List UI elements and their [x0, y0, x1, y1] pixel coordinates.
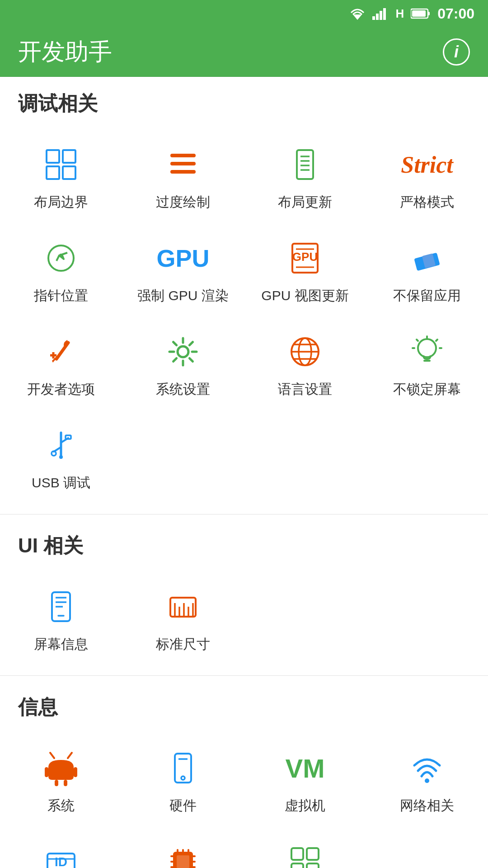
svg-rect-11 [63, 166, 75, 179]
wifi-status-icon [349, 7, 366, 20]
item-pointer-location[interactable]: 指针位置 [0, 224, 122, 318]
svg-rect-99 [307, 848, 319, 860]
item-pointer-location-label: 指针位置 [34, 287, 88, 304]
svg-rect-74 [64, 780, 67, 786]
svg-rect-15 [297, 150, 313, 179]
apps-icon [289, 845, 321, 868]
svg-rect-100 [291, 863, 303, 868]
item-usb-debug[interactable]: USB 调试 [0, 411, 122, 505]
svg-line-28 [56, 343, 68, 359]
item-layout-update-label: 布局更新 [278, 193, 332, 211]
eraser-icon [411, 242, 443, 274]
item-force-gpu[interactable]: GPU 强制 GPU 渲染 [122, 224, 244, 318]
bulb-icon [411, 335, 443, 368]
svg-rect-2 [376, 14, 379, 20]
svg-rect-7 [412, 10, 426, 17]
android-icon [43, 750, 79, 786]
svg-rect-12 [170, 154, 196, 157]
item-gpu-view-update[interactable]: GPU GPU 视图更新 [244, 224, 366, 318]
item-strict-mode-label: 严格模式 [400, 193, 454, 211]
svg-rect-1 [372, 16, 375, 20]
svg-point-45 [418, 339, 436, 357]
svg-rect-71 [45, 767, 48, 777]
item-vm[interactable]: VM 虚拟机 [244, 734, 366, 828]
app-title: 开发助手 [18, 36, 112, 68]
item-those-id[interactable]: ID 那些 ID [0, 828, 122, 868]
item-no-keep-app-label: 不保留应用 [393, 287, 461, 304]
item-cpu[interactable]: CPU [122, 828, 244, 868]
svg-rect-77 [175, 754, 191, 783]
item-layout-update[interactable]: 布局更新 [244, 131, 366, 224]
item-system-settings[interactable]: 系统设置 [122, 318, 244, 411]
svg-rect-73 [55, 780, 58, 786]
svg-marker-0 [353, 14, 362, 20]
svg-rect-98 [291, 848, 303, 860]
network-type-indicator: H [395, 7, 404, 21]
section-info: 信息 [0, 680, 488, 868]
svg-point-31 [178, 346, 188, 357]
svg-rect-13 [170, 162, 196, 165]
section-debug: 调试相关 布局边界 [0, 77, 488, 509]
item-strict-mode[interactable]: Strict 严格模式 [366, 131, 488, 224]
ui-grid: 屏幕信息 标准尺寸 [0, 568, 488, 671]
info-button[interactable]: i [443, 38, 470, 66]
svg-line-49 [436, 340, 437, 341]
item-gpu-view-update-label: GPU 视图更新 [261, 287, 348, 304]
battery-status-icon [411, 7, 431, 20]
item-screen-info[interactable]: 屏幕信息 [0, 573, 122, 666]
id-icon: ID [45, 845, 77, 868]
svg-line-38 [189, 342, 192, 345]
item-force-gpu-label: 强制 GPU 渲染 [137, 287, 229, 304]
item-dev-options-label: 开发者选项 [27, 380, 95, 398]
section-ui-title: UI 相关 [0, 519, 488, 568]
svg-point-79 [181, 776, 185, 780]
svg-rect-101 [307, 863, 319, 868]
globe-icon [289, 335, 321, 368]
svg-point-20 [48, 245, 74, 271]
svg-rect-8 [47, 150, 59, 163]
svg-rect-4 [383, 8, 386, 20]
item-overdraw[interactable]: 过度绘制 [122, 131, 244, 224]
gpu-icon: GPU [156, 244, 209, 272]
item-standard-size-label: 标准尺寸 [156, 635, 210, 653]
svg-rect-9 [63, 150, 75, 163]
item-hardware[interactable]: 硬件 [122, 734, 244, 828]
overdraw-icon [167, 148, 199, 181]
ruler-icon [167, 590, 199, 623]
section-debug-title: 调试相关 [0, 77, 488, 126]
item-vm-label: 虚拟机 [285, 797, 325, 814]
svg-rect-72 [74, 767, 77, 777]
divider-1 [0, 514, 488, 514]
item-no-lock-screen[interactable]: 不锁定屏幕 [366, 318, 488, 411]
info-grid: 系统 硬件 VM 虚拟机 [0, 730, 488, 868]
item-hardware-label: 硬件 [169, 797, 197, 814]
phone-icon [167, 752, 199, 784]
svg-rect-14 [170, 170, 196, 174]
item-system[interactable]: 系统 [0, 734, 122, 828]
layout-border-icon [45, 148, 77, 181]
signal-status-icon [372, 7, 389, 20]
svg-line-39 [174, 358, 177, 361]
svg-line-36 [174, 342, 177, 345]
item-network[interactable]: 网络相关 [366, 734, 488, 828]
usb-icon [45, 429, 77, 462]
status-icons: H 07:00 [349, 5, 474, 22]
item-no-keep-app[interactable]: 不保留应用 [366, 224, 488, 318]
item-layout-border[interactable]: 布局边界 [0, 131, 122, 224]
item-standard-size[interactable]: 标准尺寸 [122, 573, 244, 666]
main-content: 调试相关 布局边界 [0, 77, 488, 868]
item-my-apps[interactable]: 我的应用 [244, 828, 366, 868]
item-dev-options[interactable]: 开发者选项 [0, 318, 122, 411]
svg-line-48 [417, 340, 418, 341]
item-layout-border-label: 布局边界 [34, 193, 88, 211]
status-bar: H 07:00 [0, 0, 488, 27]
wrench-icon [45, 335, 77, 368]
divider-2 [0, 675, 488, 676]
svg-rect-3 [380, 11, 382, 20]
item-network-label: 网络相关 [400, 797, 454, 814]
svg-point-57 [59, 455, 63, 459]
app-bar: 开发助手 i [0, 27, 488, 77]
svg-point-56 [52, 451, 56, 456]
item-language-settings[interactable]: 语言设置 [244, 318, 366, 411]
item-usb-debug-label: USB 调试 [32, 474, 90, 491]
